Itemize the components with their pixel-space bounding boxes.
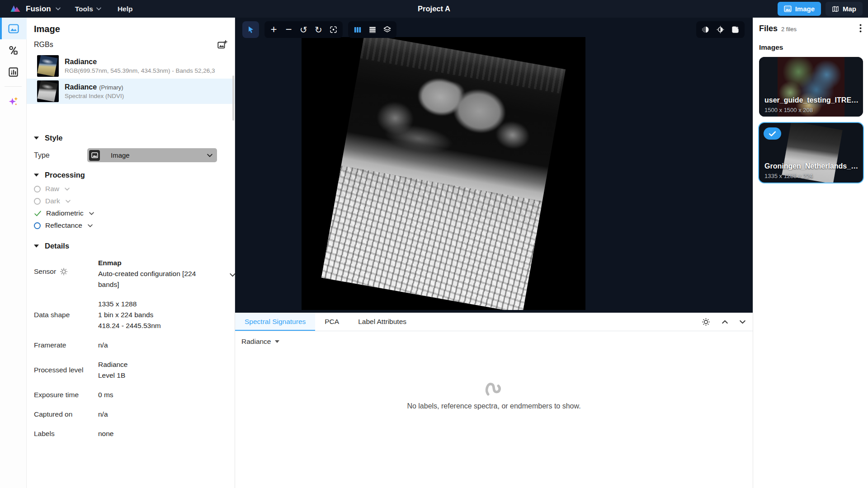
style-section-header[interactable]: Style	[34, 134, 235, 142]
chevron-down-icon[interactable]	[230, 273, 236, 277]
detail-row-data-shape: Data shape 1335 x 1288 1 bin x 224 bands…	[34, 299, 235, 331]
files-menu-button[interactable]	[859, 24, 862, 33]
app-logo-icon	[10, 4, 21, 14]
select-tool-button[interactable]	[242, 21, 259, 38]
processing-option-raw[interactable]: Raw	[34, 184, 235, 193]
images-section-label: Images	[759, 43, 863, 52]
details-section-header[interactable]: Details	[34, 242, 235, 250]
invert-button[interactable]	[728, 21, 743, 38]
contrast-icon	[716, 25, 725, 34]
processing-section-header[interactable]: Processing	[34, 171, 235, 179]
contrast-button[interactable]	[713, 21, 728, 38]
detail-row-labels: Labels none	[34, 428, 235, 439]
rows-icon	[368, 26, 377, 34]
layers-icon	[383, 25, 392, 34]
plus-icon: +	[270, 23, 277, 36]
chevron-down-icon	[96, 7, 101, 10]
rotate-cw-button[interactable]: ↻	[311, 21, 326, 38]
minus-icon: −	[285, 23, 292, 36]
layer-thumbnail	[37, 55, 59, 77]
layer-properties-panel: Image RGBs Radiance RGB(699.57nm, 545.39…	[27, 18, 235, 488]
rows-view-button[interactable]	[365, 21, 380, 38]
help-menu[interactable]: Help	[111, 2, 139, 16]
image-card-selected[interactable]: Groningen_Netherlands_… 1335 x 1288 x 22…	[759, 123, 863, 183]
rail-item-analytics[interactable]	[0, 61, 27, 83]
project-title: Project A	[418, 0, 450, 18]
zoom-out-button[interactable]: −	[281, 21, 296, 38]
files-title: Files	[759, 24, 778, 33]
rail-item-ai[interactable]	[0, 90, 27, 112]
rotate-cw-icon: ↻	[315, 25, 322, 34]
layer-subtitle: RGB(699.57nm, 545.39nm, 434.53nm) - Band…	[65, 67, 215, 74]
left-icon-rail	[0, 18, 27, 488]
cursor-icon	[246, 25, 255, 34]
collapse-triangle-icon	[34, 174, 39, 177]
satellite-image	[321, 37, 566, 310]
sparkles-icon	[8, 96, 19, 107]
image-card[interactable]: user_guide_testing_ITRE… 1500 x 1500 x 2…	[759, 57, 863, 117]
layer-item-selected[interactable]: Radiance(Primary) Spectral Index (NDVI)	[27, 79, 235, 104]
card-name: Groningen_Netherlands_…	[764, 162, 859, 170]
image-viewer[interactable]: + − ↺ ↻	[235, 18, 753, 313]
detail-row-framerate: Framerate n/a	[34, 340, 235, 351]
bar-chart-icon	[8, 67, 19, 77]
map-view-button[interactable]: Map	[826, 2, 863, 16]
expand-panel-button[interactable]	[722, 320, 728, 324]
card-dims: 1335 x 1288 x 224	[764, 173, 813, 179]
viewer-canvas[interactable]	[302, 37, 585, 310]
rail-divider	[5, 86, 22, 87]
layers-view-button[interactable]	[380, 21, 395, 38]
brand-label: Fusion	[26, 5, 51, 14]
map-icon	[832, 5, 839, 13]
zoom-in-button[interactable]: +	[266, 21, 281, 38]
center-focus-button[interactable]	[326, 21, 341, 38]
type-select[interactable]: Image	[87, 148, 217, 162]
image-icon	[89, 150, 100, 161]
chevron-down-icon	[56, 7, 61, 10]
dataset-select[interactable]: Radiance	[235, 331, 753, 346]
detail-row-exposure-time: Exposure time 0 ms	[34, 389, 235, 400]
empty-state-message: No labels, reference spectra, or endmemb…	[407, 402, 580, 410]
selected-check-badge[interactable]	[764, 127, 781, 140]
tab-spectral-signatures[interactable]: Spectral Signatures	[235, 313, 315, 331]
rgbs-label: RGBs	[34, 41, 53, 49]
image-icon	[784, 5, 792, 12]
tab-label-attributes[interactable]: Label Attributes	[349, 313, 416, 331]
add-rgb-button[interactable]	[217, 40, 227, 50]
collapse-panel-button[interactable]	[740, 320, 745, 324]
empty-state-squiggle-icon	[484, 379, 505, 397]
dither-button[interactable]	[698, 21, 713, 38]
tools-menu[interactable]: Tools	[69, 2, 108, 16]
brand-menu[interactable]: Fusion	[7, 2, 65, 16]
radio-icon	[34, 198, 41, 205]
gear-icon[interactable]	[60, 267, 68, 276]
rotate-ccw-button[interactable]: ↺	[296, 21, 311, 38]
layer-item[interactable]: Radiance RGB(699.57nm, 545.39nm, 434.53n…	[27, 53, 235, 79]
detail-row-processed-level: Processed level Radiance Level 1B	[34, 359, 235, 381]
image-icon	[8, 24, 19, 33]
analysis-panel: Spectral Signatures PCA Label Attributes	[235, 313, 753, 488]
rail-item-image[interactable]	[0, 18, 27, 39]
image-view-button[interactable]: Image	[778, 2, 821, 16]
tab-pca[interactable]: PCA	[315, 313, 349, 331]
rail-item-processing[interactable]	[0, 39, 27, 61]
collapse-triangle-icon	[34, 244, 39, 248]
layer-thumbnail	[37, 80, 59, 102]
rotate-ccw-icon: ↺	[300, 25, 307, 34]
dither-icon	[701, 25, 710, 34]
processing-option-reflectance[interactable]: Reflectance	[34, 221, 235, 230]
card-dims: 1500 x 1500 x 208	[764, 107, 813, 113]
processing-option-radiometric[interactable]: Radiometric	[34, 209, 235, 218]
panel-title: Image	[34, 24, 235, 34]
panel-scrollbar[interactable]	[232, 75, 234, 121]
top-bar: Fusion Tools Help Project A Image	[0, 0, 868, 18]
layer-subtitle: Spectral Index (NDVI)	[65, 93, 124, 99]
sensor-config: Auto-created configuration [224 bands]	[98, 268, 217, 290]
processing-option-dark[interactable]: Dark	[34, 197, 235, 206]
radio-icon	[34, 222, 41, 229]
columns-view-button[interactable]	[350, 21, 365, 38]
check-icon	[769, 131, 776, 137]
settings-button[interactable]	[702, 318, 710, 326]
chevron-down-icon	[207, 154, 212, 157]
sensor-row: Sensor Enmap Auto-created configuration	[34, 258, 235, 290]
